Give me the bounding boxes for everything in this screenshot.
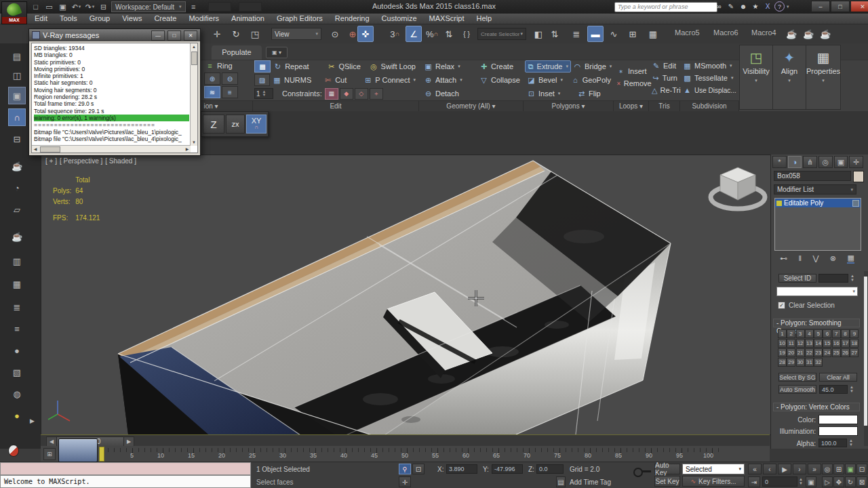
menu-item[interactable]: Group [83, 14, 117, 24]
remove-loop-button[interactable]: ✕Remove [614, 77, 650, 89]
vray-minimize-icon[interactable]: — [151, 30, 165, 41]
modifier-list-dropdown[interactable]: Modifier List▾ [774, 184, 856, 195]
vray-vscrollbar[interactable]: ▲ ▼ [190, 43, 197, 146]
left-teapot-icon[interactable]: ☕ [8, 228, 26, 245]
zoom-extents-all-icon[interactable]: ⊡ [856, 464, 867, 474]
left-toolbar-icon[interactable]: ⊟ [8, 130, 26, 148]
smoothing-group-button[interactable]: 28 [778, 358, 787, 367]
vertex-colors-rollout[interactable]: - Polygon: Vertex Colors [773, 403, 860, 411]
section-label-geometry[interactable]: Geometry (All) ▾ [419, 100, 524, 111]
smoothing-group-button[interactable]: 5 [814, 329, 823, 338]
key-filters-button[interactable]: ∿ Key Filters... [682, 476, 745, 487]
select-id-spinner[interactable]: ▲▼ [850, 274, 854, 282]
left-toolbar-icon[interactable]: ▱ [8, 201, 26, 218]
menu-item[interactable]: Rendering [329, 14, 376, 24]
spinner-snap-icon[interactable]: ⇅ [441, 26, 457, 42]
zoom-icon[interactable]: ◎ [822, 464, 833, 474]
tab-motion-icon[interactable]: ◎ [818, 156, 833, 168]
smoothing-group-button[interactable]: 21 [796, 348, 805, 357]
ring-mode-icon[interactable]: ≡ [222, 86, 238, 98]
collapse-button[interactable]: ▽Collapse [477, 74, 522, 86]
msmooth-button[interactable]: ▦MSmooth▾ [681, 60, 739, 72]
scale-icon[interactable]: ◳ [247, 26, 263, 42]
lock-icon[interactable]: ⊡ [412, 464, 425, 474]
play-icon[interactable]: ▶ [778, 464, 791, 474]
viewport-menu[interactable]: [ Shaded ] [105, 157, 136, 165]
render-production-icon[interactable]: ☕ [783, 26, 800, 42]
current-frame-indicator[interactable] [99, 447, 104, 462]
pan-icon[interactable]: ✥ [833, 476, 844, 487]
vray-title-bar[interactable]: V-Ray messages — □ ✕ [29, 29, 200, 41]
smoothing-group-button[interactable]: 2 [787, 329, 795, 338]
vray-hscrollbar[interactable]: ◀ ▶ [32, 145, 191, 152]
smoothing-group-button[interactable]: 3 [796, 329, 805, 338]
set-key-button[interactable]: Set Key [654, 476, 680, 487]
maximize-button[interactable]: □ [831, 1, 850, 12]
bevel-button[interactable]: ◪Bevel▾ [525, 74, 569, 86]
inset-button[interactable]: ⊡Inset▾ [525, 87, 575, 100]
smoothing-group-button[interactable]: 29 [787, 358, 795, 367]
create-button[interactable]: ✚Create [477, 60, 515, 73]
remove-modifier-icon[interactable]: ⊗ [830, 254, 836, 263]
render-setup-icon[interactable]: ▦ [645, 26, 661, 42]
section-label-subdivision[interactable]: Subdivision [680, 100, 739, 111]
repeat-button[interactable]: ↻Repeat [271, 60, 325, 73]
panel-scrollbar-thumb[interactable] [864, 277, 867, 426]
vray-log[interactable]: SD triangles: 19344MB triangles: 0Static… [31, 43, 198, 153]
perspective-viewport[interactable]: [ + ][ Perspective ][ Shaded ] Total Pol… [41, 155, 771, 435]
undo-icon[interactable]: ↶▾ [71, 2, 82, 12]
preserve-uvs-icon[interactable]: ▩ [254, 60, 271, 73]
grow-icon[interactable]: ⊕ [204, 73, 220, 85]
absolute-offset-icon[interactable]: ✛ [399, 476, 411, 487]
selection-lock-icon[interactable]: ⚲ [399, 464, 411, 474]
left-image-icon[interactable]: ▦ [8, 275, 26, 293]
panel-scrollbar-track[interactable] [864, 271, 868, 446]
menu-item[interactable]: Graph Editors [271, 14, 329, 24]
z-constraint-button[interactable]: Z [203, 115, 224, 134]
scroll-right-icon[interactable]: ▶ [184, 146, 191, 152]
section-label-tris[interactable]: Tris [649, 100, 680, 111]
turn-button[interactable]: ↪Turn [650, 72, 679, 84]
nurms-button[interactable]: ▦NURMS [271, 74, 321, 86]
smoothing-group-button[interactable]: 24 [823, 348, 831, 357]
zoom-extents-icon[interactable]: ▣ [845, 464, 856, 474]
vray-hthumb[interactable] [40, 146, 60, 152]
constraint-none-icon[interactable]: ▦ [325, 88, 338, 100]
smoothing-group-button[interactable]: 27 [850, 348, 859, 357]
reference-coordinate-dropdown[interactable]: View▾ [271, 28, 321, 40]
p-connect-button[interactable]: ⊞P Connect▾ [361, 74, 418, 86]
add-time-tag[interactable]: Add Time Tag [570, 479, 611, 486]
vray-maximize-icon[interactable]: □ [167, 30, 181, 41]
flip-button[interactable]: ⇄Flip [575, 87, 603, 100]
extrude-button[interactable]: ⧉Extrude▾ [525, 60, 571, 73]
smoothing-groups-rollout[interactable]: - Polygon: Smoothing Groups [773, 319, 860, 327]
menu-item[interactable]: Tools [54, 14, 83, 24]
tab-display-icon[interactable]: ▣ [834, 156, 848, 168]
smoothing-group-button[interactable]: 26 [841, 348, 850, 357]
angle-snap-icon[interactable]: ∠ [406, 26, 422, 42]
edit-tris-button[interactable]: ✎Edit [650, 60, 679, 72]
auto-smooth-button[interactable]: Auto Smooth [778, 385, 816, 394]
smoothing-group-button[interactable]: 17 [841, 339, 850, 348]
z-field[interactable]: 0.0 [536, 464, 564, 474]
xy-constraint-button[interactable]: XY∩ [246, 115, 267, 134]
constraint-edge-icon[interactable]: ◆ [340, 88, 353, 100]
viewport-menu[interactable]: [ + ] [45, 157, 57, 165]
visibility-button[interactable]: ◳ Visibility ▾ [740, 45, 773, 109]
go-end-icon[interactable]: » [808, 464, 821, 474]
left-toolbar-icon[interactable]: ▤ [8, 47, 26, 65]
view-cube[interactable] [711, 167, 765, 209]
smoothing-group-button[interactable]: 14 [814, 339, 823, 348]
select-by-sg-button[interactable]: Select By SG [778, 373, 816, 382]
object-color-swatch[interactable] [853, 171, 864, 182]
vray-vthumb[interactable] [191, 52, 197, 65]
tool-sphere-icon[interactable] [8, 445, 19, 457]
smoothing-group-button[interactable]: 11 [787, 339, 795, 348]
mirror-icon[interactable]: ◧ [530, 26, 547, 42]
stack-item-editable-poly[interactable]: Editable Poly [775, 199, 861, 207]
time-config-icon[interactable]: ▣ [806, 476, 816, 487]
select-manipulate-icon[interactable]: ✜ [357, 26, 374, 42]
named-selection-icon[interactable]: { } [458, 26, 475, 42]
menu-item[interactable]: Create [148, 14, 182, 24]
zx-constraint-button[interactable]: zx [226, 115, 245, 134]
